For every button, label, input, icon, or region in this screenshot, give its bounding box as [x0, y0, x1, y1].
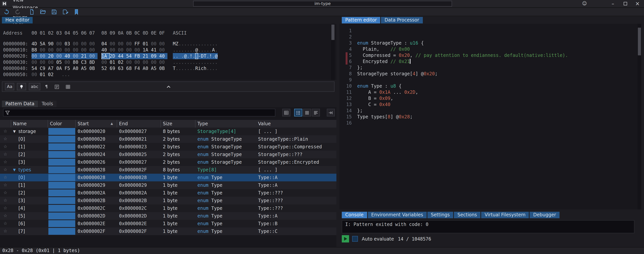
pattern-table-row[interactable]: ☆[2]0x0000002A0x0000002A1 byteType::???e…: [0, 189, 336, 197]
pattern-table-row[interactable]: ☆[1]0x000000290x000000291 byteType::Aenu…: [0, 181, 336, 189]
hex-ascii-char[interactable]: .: [178, 41, 181, 47]
hex-byte[interactable]: 09: [151, 53, 159, 59]
hex-ascii-char[interactable]: @: [184, 53, 187, 59]
pattern-table-row[interactable]: ☆[3]0x000000260x000000272 bytesStorageTy…: [0, 158, 336, 166]
hex-ascii-char[interactable]: .: [201, 47, 204, 53]
hex-ascii-char[interactable]: Z: [176, 41, 178, 47]
favorite-star-icon[interactable]: ☆: [4, 151, 7, 158]
favorite-star-icon[interactable]: ☆: [4, 197, 7, 204]
hex-byte[interactable]: 01: [40, 72, 48, 78]
paragraph-button[interactable]: ¶: [43, 83, 50, 90]
column-header-type[interactable]: Type: [198, 120, 208, 128]
hex-ascii-char[interactable]: .: [195, 41, 198, 47]
column-header-end[interactable]: End: [119, 120, 128, 128]
hex-byte[interactable]: 00: [151, 59, 159, 65]
pattern-color-swatch[interactable]: [48, 166, 75, 173]
hex-ascii-char[interactable]: D: [201, 53, 204, 59]
hex-ascii-char[interactable]: .: [192, 41, 195, 47]
pattern-table-row[interactable]: ☆▼storage0x000000200x000000278 bytes[ ..…: [0, 128, 336, 135]
favorite-star-icon[interactable]: ☆: [4, 143, 7, 151]
hex-byte[interactable]: 02: [118, 59, 126, 65]
hex-ascii-char[interactable]: .: [184, 41, 187, 47]
favorite-star-icon[interactable]: ☆: [4, 220, 7, 227]
hex-ascii-char[interactable]: .: [176, 53, 178, 59]
hex-byte[interactable]: 69: [110, 65, 118, 72]
hex-byte[interactable]: 90: [48, 41, 56, 47]
hex-ascii-char[interactable]: .: [195, 53, 198, 59]
hex-byte[interactable]: 00: [134, 47, 143, 53]
minimize-button[interactable]: –: [608, 0, 618, 8]
hex-ascii-char[interactable]: .: [178, 65, 181, 72]
collapse-button[interactable]: [165, 83, 172, 90]
hex-ascii-char[interactable]: T: [173, 65, 176, 72]
pattern-table-row[interactable]: ☆[6]0x0000002E0x0000002E1 byteType::Benu…: [0, 220, 336, 227]
minimap-button[interactable]: [52, 83, 61, 90]
favorite-star-icon[interactable]: ☆: [4, 174, 7, 181]
favorite-star-icon[interactable]: ☆: [4, 204, 7, 212]
hex-ascii-char[interactable]: .: [62, 72, 64, 78]
tab-virtual-filesystem[interactable]: Virtual Filesystem: [481, 212, 529, 218]
pattern-color-swatch[interactable]: [48, 189, 75, 196]
hex-ascii-char[interactable]: h: [204, 65, 206, 72]
hex-ascii-char[interactable]: .: [178, 47, 181, 53]
hex-byte[interactable]: A0: [73, 65, 81, 72]
hex-ascii-char[interactable]: M: [173, 41, 176, 47]
close-button[interactable]: ×: [633, 0, 642, 8]
maximize-button[interactable]: [620, 0, 630, 8]
pattern-table-row[interactable]: ☆▼types0x000000280x0000002F8 bytes[ ... …: [0, 166, 336, 174]
hex-ascii-char[interactable]: .: [204, 59, 206, 65]
hex-byte[interactable]: 00: [32, 72, 40, 78]
new-file-button[interactable]: [28, 9, 35, 15]
hex-ascii-char[interactable]: .: [176, 59, 178, 65]
pattern-color-swatch[interactable]: [48, 136, 75, 143]
hex-ascii-char[interactable]: .: [212, 59, 215, 65]
column-header-value[interactable]: Value: [258, 120, 271, 128]
favorite-star-icon[interactable]: ☆: [4, 227, 7, 235]
hex-byte[interactable]: 00: [151, 41, 159, 47]
hex-ascii-char[interactable]: .: [190, 65, 192, 72]
tab-hex-editor[interactable]: Hex editor: [2, 17, 33, 24]
hex-ascii-char[interactable]: .: [198, 59, 201, 65]
hex-ascii-char[interactable]: .: [204, 41, 206, 47]
hex-byte[interactable]: FF: [134, 41, 143, 47]
column-header-size[interactable]: Size: [163, 120, 172, 128]
hex-byte[interactable]: 00: [143, 59, 151, 65]
bulb-button[interactable]: [17, 83, 26, 90]
hex-ascii-char[interactable]: .: [67, 72, 70, 78]
hex-byte[interactable]: 00: [159, 41, 168, 47]
hex-ascii-char[interactable]: .: [192, 65, 195, 72]
hex-byte[interactable]: 80: [73, 59, 81, 65]
hex-byte[interactable]: 00: [56, 53, 64, 59]
hex-byte[interactable]: 00: [134, 59, 143, 65]
hex-byte[interactable]: 00: [73, 53, 81, 59]
hex-ascii-char[interactable]: .: [198, 41, 201, 47]
hex-ascii-char[interactable]: .: [187, 53, 190, 59]
pattern-color-swatch[interactable]: [48, 128, 75, 135]
hex-ascii-char[interactable]: .: [201, 41, 204, 47]
hex-ascii-char[interactable]: .: [215, 41, 218, 47]
hex-ascii-char[interactable]: .: [192, 59, 195, 65]
hex-ascii-char[interactable]: @: [195, 47, 198, 53]
hex-byte[interactable]: 04: [102, 41, 110, 47]
hex-ascii-char[interactable]: .: [190, 41, 192, 47]
hex-ascii-char[interactable]: .: [212, 53, 215, 59]
hex-ascii-char[interactable]: [178, 53, 181, 59]
pattern-table-row[interactable]: ☆[3]0x0000002B0x0000002B1 byteType::???e…: [0, 197, 336, 204]
hex-byte[interactable]: 00: [48, 59, 56, 65]
hex-ascii-char[interactable]: .: [187, 47, 190, 53]
hex-ascii-char[interactable]: .: [190, 47, 192, 53]
column-header-color[interactable]: Color: [50, 120, 62, 128]
hex-ascii-char[interactable]: .: [215, 65, 218, 72]
table-view-button[interactable]: [282, 109, 290, 116]
pattern-table-row[interactable]: ☆[5]0x0000002D0x0000002D1 byteType::Aenu…: [0, 212, 336, 220]
hex-byte[interactable]: F4: [134, 65, 143, 72]
pattern-table-row[interactable]: ☆[2]0x000000240x000000252 bytesStorageTy…: [0, 151, 336, 158]
hex-byte[interactable]: 0B: [159, 65, 168, 72]
pattern-table-row[interactable]: ☆[4]0x0000002C0x0000002C1 byteType::???e…: [0, 204, 336, 212]
hex-byte[interactable]: 00: [118, 47, 126, 53]
pattern-color-swatch[interactable]: [48, 228, 75, 235]
hex-byte[interactable]: 00: [159, 59, 168, 65]
save-button[interactable]: [51, 9, 58, 15]
hex-byte[interactable]: 00: [56, 41, 64, 47]
tab-pattern-editor[interactable]: Pattern editor: [342, 17, 380, 24]
